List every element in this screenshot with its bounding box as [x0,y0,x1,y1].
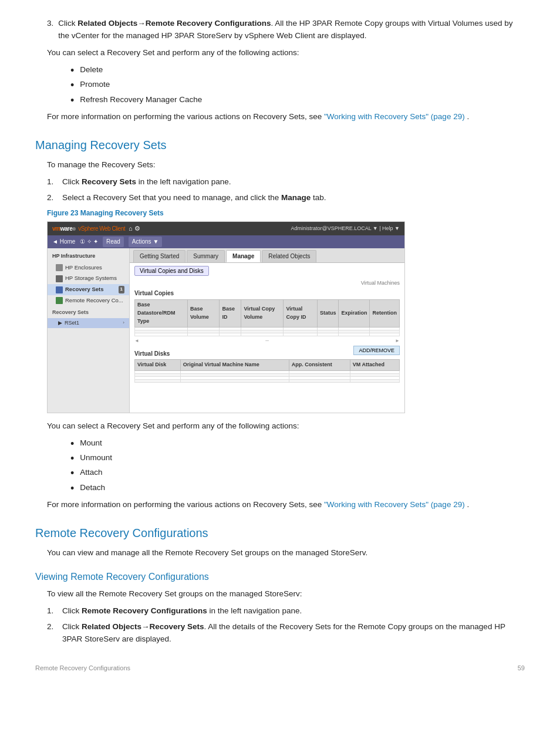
bullet-delete: • Delete [70,64,525,77]
tab-related-objects[interactable]: Related Objects [262,250,316,263]
ss-sidebar-storage[interactable]: HP Storage Systems [48,273,129,284]
vc-col6: Expiration [339,299,370,327]
step1-bold: Recovery Sets [82,177,136,186]
tab-manage[interactable]: Manage [226,250,261,263]
ss-sidebar-remote-recovery[interactable]: Remote Recovery Co... [48,295,129,306]
action-mount: Mount [80,437,102,450]
remote-recovery-icon [56,297,63,304]
ss-align-right: Virtual Machines [134,279,400,288]
ss-content: Getting Started Summary Manage Related O… [130,248,404,413]
ss-navbar: ◄ Home ① ✧ ✦ Read Actions ▼ [48,235,404,248]
ss-sidebar-recovery-sets[interactable]: Recovery Sets 1 [48,284,129,295]
add-remove-btn[interactable]: ADD/REMOVE [353,346,400,355]
ss-sidebar: HP Infrastructure HP Enclosures HP Stora… [48,248,130,413]
ss-actions-btn[interactable]: Actions ▼ [129,237,162,247]
ss-read-btn[interactable]: Read [103,237,124,247]
vd-row4 [135,380,400,383]
step2-bold: Manage [281,193,311,202]
ss-back-btn[interactable]: ◄ Home [52,237,75,247]
recovery-sets-icon [56,286,63,293]
tab-getting-started[interactable]: Getting Started [133,250,185,263]
page-footer: Remote Recovery Configurations 59 [35,663,525,673]
bullet-mount: • Mount [70,437,525,451]
section2-intro: You can view and manage all the Remote R… [47,547,525,559]
step3-num: 3. [47,18,53,42]
action-delete: Delete [80,64,103,76]
s3step1-bold: Remote Recovery Configurations [82,606,207,615]
vc-col2: Base ID [220,299,241,327]
vd-col2: App. Consistent [289,360,350,371]
bullet-refresh: • Refresh Recovery Manager Cache [70,94,525,107]
bullet-detach: • Detach [70,482,525,495]
action-unmount: Unmount [80,452,112,464]
vd-col0: Virtual Disk [135,360,181,371]
step3-bold1: Related Objects [77,19,137,28]
step2-num: 2. [47,192,58,204]
para4: For more information on performing the v… [47,499,525,511]
para3: You can select a Recovery Set and perfor… [47,420,525,433]
vc-col4: Virtual Copy ID [284,299,317,327]
ss-content-inner: Virtual Copies and Disks Virtual Machine… [130,263,404,390]
section3-heading: Viewing Remote Recovery Configurations [35,570,525,585]
actions1-list: • Delete • Promote • Refresh Recovery Ma… [70,64,525,107]
section3-step1: 1. Click Remote Recovery Configurations … [47,605,525,617]
action-promote: Promote [80,79,110,91]
section2-heading: Remote Recovery Configurations [35,524,525,542]
step1-num: 1. [47,176,58,188]
section3-intro: To view all the Remote Recovery Set grou… [47,588,525,600]
vd-col3: VM Attached [350,360,399,371]
section1-step2: 2. Select a Recovery Set that you need t… [47,192,525,204]
bullet-attach: • Attach [70,467,525,480]
step3-bold2: Remote Recovery Configurations [146,19,271,28]
bullet-promote: • Promote [70,79,525,92]
virtual-copies-section: Virtual Copies Base Datastore/RDM Type B… [134,289,400,345]
tab-summary[interactable]: Summary [187,250,225,263]
ss-sidebar-rset1[interactable]: ▶ RSet1 › [48,318,129,329]
virtual-disks-table: Virtual Disk Original Virtual Machine Na… [134,359,400,383]
section1-step1: 1. Click Recovery Sets in the left navig… [47,176,525,188]
ss-tabs: Getting Started Summary Manage Related O… [130,248,404,264]
s3step2-bold2: Recovery Sets [150,622,204,631]
para1: You can select a Recovery Set and perfor… [47,47,525,59]
para2-link[interactable]: "Working with Recovery Sets" (page 29) [324,112,465,121]
ss-main-area: HP Infrastructure HP Enclosures HP Stora… [48,248,404,413]
vc-col7: Retention [370,299,400,327]
vc-col0: Base Datastore/RDM Type [135,299,188,327]
ss-sidebar-section: HP Infrastructure [48,251,129,262]
section1-intro: To manage the Recovery Sets: [47,159,525,171]
ss-topbar: vmware® vSphere Web Client ⌂ ⚙ Administr… [48,222,404,235]
virtual-copies-title: Virtual Copies [134,289,400,298]
enclosures-icon [56,264,63,271]
action-detach: Detach [80,482,105,494]
vc-col3: Virtual Copy Volume [241,299,284,327]
para2: For more information on performing the v… [47,111,525,123]
section3-step2: 2. Click Related Objects→Recovery Sets. … [47,621,525,646]
ss-sidebar-enclosures[interactable]: HP Enclosures [48,262,129,274]
vd-col1: Original Virtual Machine Name [180,360,289,371]
actions2-list: • Mount • Unmount • Attach • Detach [70,437,525,496]
vc-col5: Status [317,299,339,327]
ss-topbar-right: Administrator@VSPHERE.LOCAL ▼ | Help ▼ [291,225,400,233]
action-attach: Attach [80,467,102,479]
vc-scrollbar: ◄ ─ ► [134,337,400,345]
footer-left: Remote Recovery Configurations [35,663,130,673]
s3step1-num: 1. [47,605,58,617]
footer-right: 59 [518,663,525,673]
section1-heading: Managing Recovery Sets [35,136,525,154]
action-refresh: Refresh Recovery Manager Cache [80,94,202,106]
vc-row3 [135,333,400,336]
ss-sidebar-subsection: Recovery Sets [48,306,129,318]
step3-item: 3. Click Related Objects→Remote Recovery… [47,18,525,42]
virtual-copies-table: Base Datastore/RDM Type Base Volume Base… [134,299,400,336]
bullet-unmount: • Unmount [70,452,525,465]
vmware-logo: vmware® vSphere Web Client [52,224,125,234]
ss-nav-icons: ① ✧ ✦ [80,237,98,247]
para4-link[interactable]: "Working with Recovery Sets" (page 29) [324,500,465,509]
vc-col1: Base Volume [188,299,220,327]
s3step2-bold1: Related Objects [82,622,141,631]
storage-icon [56,275,63,282]
s3step2-num: 2. [47,621,58,646]
virtual-copies-disks-btn[interactable]: Virtual Copies and Disks [134,266,209,276]
screenshot-container: vmware® vSphere Web Client ⌂ ⚙ Administr… [47,221,405,413]
step3-text: Click Related Objects→Remote Recovery Co… [58,18,525,42]
